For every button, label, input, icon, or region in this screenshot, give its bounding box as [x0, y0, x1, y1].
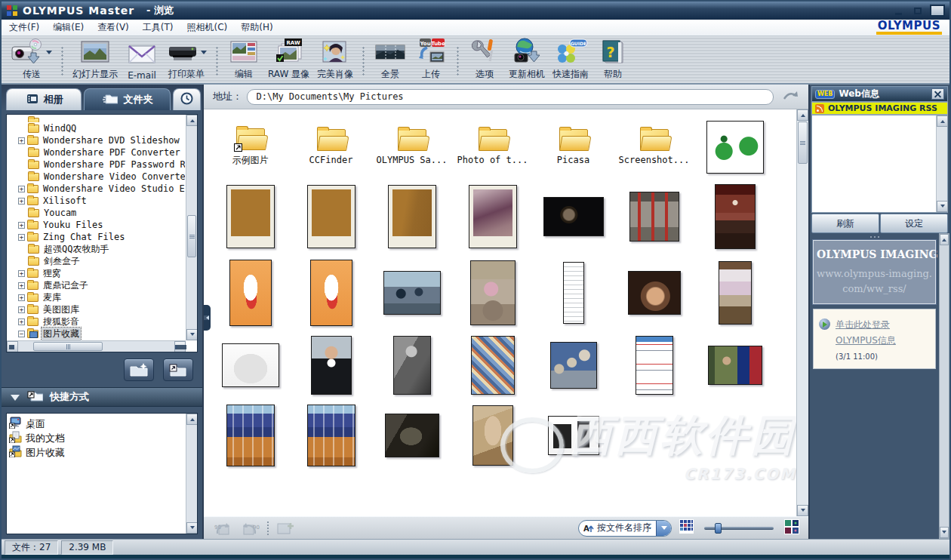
toolbar-button-perfect-portrait[interactable]: 完美肖像 — [317, 39, 353, 81]
tree-item-鹿鼎记盒子[interactable]: +鹿鼎记盒子 — [8, 279, 185, 291]
tree-item-Wondershare Video Converter[interactable]: Wondershare Video Converter — [8, 171, 185, 183]
expand-icon[interactable]: + — [18, 282, 25, 289]
shortcut-item-我的文档[interactable]: 我的文档 — [9, 431, 195, 445]
menu-item-2[interactable]: 查看(V) — [97, 22, 129, 32]
photo-thumbnail-polaroid-legs[interactable] — [469, 185, 517, 248]
tree-item-美图图库[interactable]: +美图图库 — [8, 303, 185, 315]
panel-grip[interactable] — [811, 233, 937, 240]
photo-thumbnail-medieval-art[interactable] — [471, 336, 515, 395]
panel-splitter-handle[interactable] — [204, 305, 211, 331]
tree-item-图片收藏[interactable]: −图片收藏 — [8, 328, 185, 340]
shortcuts-header[interactable]: 快捷方式 — [2, 387, 202, 407]
tree-item-Wondershare PDF Converter[interactable]: Wondershare PDF Converter — [8, 146, 185, 158]
tree-item-Xilisoft[interactable]: +Xilisoft — [8, 195, 185, 207]
grid-folder-Photo of t...[interactable]: Photo of t... — [452, 115, 533, 179]
expand-icon[interactable]: + — [18, 318, 25, 325]
new-folder-button[interactable] — [124, 358, 154, 381]
scroll-up-button[interactable] — [940, 234, 949, 245]
sort-dropdown[interactable]: A 按文件名排序 — [578, 520, 672, 537]
toolbar-button-help[interactable]: ?帮助 — [596, 38, 629, 81]
photo-thumbnail-basketball-dunk[interactable] — [715, 184, 756, 249]
photo-thumbnail-cartoon-green[interactable] — [706, 121, 764, 174]
grid-folder-OLYMPUS Sa...[interactable]: OLYMPUS Sa... — [371, 115, 452, 179]
scroll-thumb[interactable] — [798, 122, 808, 164]
scroll-up-button[interactable] — [186, 115, 198, 126]
thumbnail-size-slider[interactable] — [704, 527, 774, 530]
grid-folder-Picasa[interactable]: Picasa — [533, 115, 614, 179]
large-thumbnails-icon[interactable] — [784, 519, 799, 537]
expand-icon[interactable]: + — [18, 137, 25, 144]
shortcut-item-桌面[interactable]: 桌面 — [9, 417, 195, 431]
refresh-button[interactable]: 刷新 — [811, 214, 879, 233]
scroll-down-button[interactable] — [940, 527, 949, 538]
photo-thumbnail-bw-child[interactable] — [393, 336, 431, 395]
tree-item-Wondershare PDF Password Rem[interactable]: Wondershare PDF Password Rem — [8, 158, 185, 171]
photo-thumbnail-police[interactable] — [383, 271, 441, 315]
close-web-panel-button[interactable] — [931, 88, 944, 100]
menu-item-3[interactable]: 工具(T) — [143, 22, 174, 32]
photo-thumbnail-crowd[interactable] — [470, 260, 516, 325]
photo-thumbnail-suit-portrait[interactable] — [311, 336, 352, 395]
menu-item-0[interactable]: 文件(F) — [9, 22, 39, 32]
shortcut-item-图片收藏[interactable]: 图片收藏 — [9, 445, 195, 460]
scroll-up-button[interactable] — [937, 115, 948, 127]
shortcuts-scrollbar[interactable] — [186, 414, 197, 534]
photo-thumbnail-phones[interactable] — [548, 416, 599, 455]
toolbar-button-youtube-upload[interactable]: YouTube上传 — [414, 38, 448, 81]
rss-list-scrollbar[interactable] — [936, 115, 947, 212]
toolbar-button-panorama[interactable]: 全景 — [374, 39, 407, 81]
expand-icon[interactable]: + — [18, 198, 25, 205]
scroll-down-button[interactable] — [186, 329, 198, 340]
tab-folders[interactable]: 文件夹 — [84, 88, 170, 110]
photo-thumbnail-polaroid-faint[interactable] — [388, 185, 436, 248]
tree-item-Wondershare DVD Slideshow Bu[interactable]: +Wondershare DVD Slideshow Bu — [8, 134, 185, 146]
tree-item-狸窝[interactable]: +狸窝 — [8, 267, 185, 279]
expand-icon[interactable]: + — [18, 270, 25, 277]
toolbar-button-camera-transfer[interactable]: 传送 — [11, 38, 52, 81]
play-icon[interactable] — [819, 318, 830, 330]
photo-thumbnail-bball-team[interactable] — [226, 405, 275, 466]
expand-icon[interactable]: + — [18, 234, 25, 241]
chevron-down-icon[interactable] — [46, 51, 52, 57]
tree-vertical-scrollbar[interactable] — [186, 115, 197, 340]
expand-icon[interactable]: + — [18, 294, 25, 301]
scroll-down-button[interactable] — [797, 505, 808, 516]
photo-thumbnail-dark-sneaker[interactable] — [385, 414, 439, 457]
toolbar-button-options[interactable]: 选项 — [468, 38, 501, 81]
tree-item-Youcam[interactable]: Youcam — [8, 207, 185, 219]
tree-item-麦库[interactable]: +麦库 — [8, 291, 185, 303]
photo-thumbnail-webpage[interactable] — [636, 336, 673, 395]
photo-thumbnail-polaroid-blank[interactable] — [307, 185, 355, 248]
minimize-button[interactable] — [891, 5, 906, 17]
scroll-thumb[interactable] — [187, 215, 196, 257]
chevron-down-icon[interactable] — [656, 520, 671, 537]
scroll-up-button[interactable] — [797, 109, 808, 121]
photo-thumbnail-sneaker-art[interactable] — [229, 260, 272, 326]
toolbar-button-quick-guide[interactable]: GUIDE快速指南 — [552, 38, 589, 81]
tree-item-搜狐影音[interactable]: +搜狐影音 — [8, 315, 185, 328]
toolbar-button-edit[interactable]: 编辑 — [227, 39, 260, 81]
tree-item-Youku Files[interactable]: +Youku Files — [8, 219, 185, 231]
toolbar-button-camera-update[interactable]: 更新相机 — [509, 38, 545, 81]
tree-item-WindQQ[interactable]: WindQQ — [8, 122, 185, 134]
expand-icon[interactable]: + — [18, 222, 25, 229]
refresh-icon[interactable] — [781, 88, 799, 105]
web-info-header[interactable]: WEB Web信息 — [811, 86, 948, 102]
collapse-icon[interactable]: − — [18, 331, 25, 337]
photo-thumbnail-girl-face[interactable] — [628, 271, 681, 315]
toolbar-button-printer[interactable]: 打印菜单 — [166, 39, 207, 81]
rss-entry-link[interactable]: 单击此处登录OLYMPUS信息 — [836, 319, 896, 346]
close-button[interactable] — [930, 5, 945, 17]
small-thumbnails-icon[interactable] — [679, 519, 694, 537]
photo-thumbnail-girl-standing[interactable] — [719, 261, 752, 325]
settings-button[interactable]: 设定 — [880, 214, 948, 233]
tree-horizontal-scrollbar[interactable] — [7, 340, 186, 352]
scroll-right-button[interactable] — [174, 341, 186, 352]
grid-folder-Screenshot...[interactable]: Screenshot... — [614, 115, 694, 179]
grid-folder-CCFinder[interactable]: CCFinder — [291, 115, 371, 179]
maximize-button[interactable] — [910, 5, 925, 17]
tree-item-Wondershare Video Studio Exp[interactable]: +Wondershare Video Studio Exp — [8, 183, 185, 195]
toolbar-button-slideshow[interactable]: 幻灯片显示 — [72, 39, 118, 81]
web-panel-scrollbar[interactable] — [939, 233, 949, 539]
address-input[interactable] — [247, 89, 774, 105]
